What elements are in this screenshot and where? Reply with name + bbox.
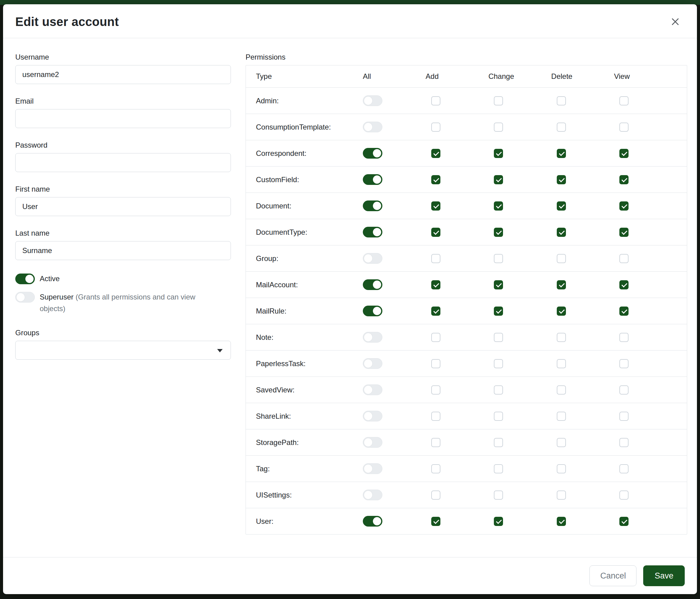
permission-delete-checkbox[interactable]: [557, 175, 566, 184]
permission-delete-checkbox[interactable]: [557, 201, 566, 211]
permission-add-checkbox[interactable]: [431, 123, 441, 132]
permission-add-checkbox[interactable]: [431, 228, 441, 237]
permission-view-checkbox[interactable]: [619, 280, 628, 289]
permission-add-checkbox[interactable]: [431, 438, 441, 447]
permission-add-checkbox[interactable]: [431, 254, 441, 263]
last-name-input[interactable]: [15, 241, 231, 260]
permission-add-checkbox[interactable]: [431, 385, 441, 394]
permission-add-checkbox[interactable]: [431, 280, 441, 289]
permission-change-checkbox[interactable]: [494, 385, 503, 394]
groups-select[interactable]: [15, 341, 231, 360]
permission-change-checkbox[interactable]: [494, 228, 503, 237]
permission-change-checkbox[interactable]: [494, 96, 503, 105]
permission-change-checkbox[interactable]: [494, 201, 503, 211]
permission-add-checkbox[interactable]: [431, 359, 441, 368]
permission-all-toggle[interactable]: [363, 200, 382, 211]
permission-change-checkbox[interactable]: [494, 359, 503, 368]
email-input[interactable]: [15, 109, 231, 128]
cancel-button[interactable]: Cancel: [590, 566, 636, 586]
permission-all-toggle[interactable]: [363, 306, 382, 316]
permission-change-checkbox[interactable]: [494, 123, 503, 132]
permission-all-toggle[interactable]: [363, 122, 382, 132]
permission-all-toggle[interactable]: [363, 279, 382, 290]
permission-delete-checkbox[interactable]: [557, 412, 566, 421]
permission-add-checkbox[interactable]: [431, 175, 441, 184]
permission-change-checkbox[interactable]: [494, 333, 503, 342]
permission-delete-checkbox[interactable]: [557, 280, 566, 289]
permission-all-toggle[interactable]: [363, 437, 382, 448]
permission-delete-checkbox[interactable]: [557, 359, 566, 368]
permission-view-checkbox[interactable]: [619, 333, 628, 342]
permission-delete-checkbox[interactable]: [557, 228, 566, 237]
modal-title: Edit user account: [15, 15, 119, 29]
permission-all-toggle[interactable]: [363, 463, 382, 474]
permission-add-checkbox[interactable]: [431, 464, 441, 473]
permission-delete-checkbox[interactable]: [557, 307, 566, 316]
permission-type-label: Tag:: [256, 464, 363, 473]
permission-view-checkbox[interactable]: [619, 438, 628, 447]
permission-row: Note:: [246, 324, 687, 350]
username-input[interactable]: [15, 65, 231, 84]
permission-view-checkbox[interactable]: [619, 123, 628, 132]
permission-change-checkbox[interactable]: [494, 490, 503, 500]
permission-delete-checkbox[interactable]: [557, 254, 566, 263]
permission-delete-checkbox[interactable]: [557, 333, 566, 342]
permission-change-checkbox[interactable]: [494, 149, 503, 158]
permission-view-checkbox[interactable]: [619, 359, 628, 368]
permission-change-checkbox[interactable]: [494, 464, 503, 473]
permission-all-toggle[interactable]: [363, 384, 382, 395]
permission-all-toggle[interactable]: [363, 411, 382, 422]
permission-add-checkbox[interactable]: [431, 96, 441, 105]
permission-add-checkbox[interactable]: [431, 201, 441, 211]
permission-all-toggle[interactable]: [363, 227, 382, 237]
permission-add-checkbox[interactable]: [431, 412, 441, 421]
permission-change-checkbox[interactable]: [494, 517, 503, 526]
save-button[interactable]: Save: [643, 566, 685, 586]
permission-all-toggle[interactable]: [363, 516, 382, 527]
permission-delete-checkbox[interactable]: [557, 123, 566, 132]
permission-add-checkbox[interactable]: [431, 490, 441, 500]
active-toggle[interactable]: [15, 273, 35, 284]
permission-change-checkbox[interactable]: [494, 412, 503, 421]
permission-view-checkbox[interactable]: [619, 175, 628, 184]
first-name-input[interactable]: [15, 197, 231, 216]
permission-all-toggle[interactable]: [363, 148, 382, 159]
permission-all-toggle[interactable]: [363, 174, 382, 185]
permission-view-checkbox[interactable]: [619, 201, 628, 211]
permission-delete-checkbox[interactable]: [557, 385, 566, 394]
permission-delete-checkbox[interactable]: [557, 438, 566, 447]
permission-change-checkbox[interactable]: [494, 438, 503, 447]
permission-change-checkbox[interactable]: [494, 254, 503, 263]
permission-view-checkbox[interactable]: [619, 517, 628, 526]
permission-change-checkbox[interactable]: [494, 280, 503, 289]
permission-add-checkbox[interactable]: [431, 149, 441, 158]
permission-all-toggle[interactable]: [363, 489, 382, 500]
permission-view-checkbox[interactable]: [619, 412, 628, 421]
permission-delete-checkbox[interactable]: [557, 149, 566, 158]
superuser-toggle[interactable]: [15, 292, 35, 303]
permission-add-checkbox[interactable]: [431, 333, 441, 342]
permission-view-checkbox[interactable]: [619, 149, 628, 158]
permission-delete-checkbox[interactable]: [557, 490, 566, 500]
permission-view-checkbox[interactable]: [619, 96, 628, 105]
permission-delete-checkbox[interactable]: [557, 464, 566, 473]
permission-add-checkbox[interactable]: [431, 307, 441, 316]
permission-view-checkbox[interactable]: [619, 228, 628, 237]
permission-all-toggle[interactable]: [363, 358, 382, 369]
permission-delete-checkbox[interactable]: [557, 517, 566, 526]
permission-view-checkbox[interactable]: [619, 490, 628, 500]
permission-add-checkbox[interactable]: [431, 517, 441, 526]
password-input[interactable]: [15, 153, 231, 172]
close-button[interactable]: [668, 15, 682, 29]
permission-all-toggle[interactable]: [363, 253, 382, 264]
groups-field-group: Groups: [15, 329, 231, 360]
permission-view-checkbox[interactable]: [619, 464, 628, 473]
permission-change-checkbox[interactable]: [494, 307, 503, 316]
permission-change-checkbox[interactable]: [494, 175, 503, 184]
permission-delete-checkbox[interactable]: [557, 96, 566, 105]
permission-all-toggle[interactable]: [363, 95, 382, 106]
permission-view-checkbox[interactable]: [619, 307, 628, 316]
permission-view-checkbox[interactable]: [619, 254, 628, 263]
permission-all-toggle[interactable]: [363, 332, 382, 342]
permission-view-checkbox[interactable]: [619, 385, 628, 394]
